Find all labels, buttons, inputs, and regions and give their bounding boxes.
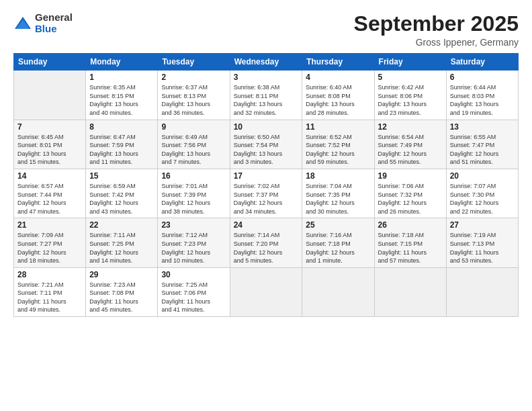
day-number: 9: [161, 122, 226, 132]
title-block: September 2025 Gross Ippener, Germany: [354, 12, 519, 48]
day-number: 24: [234, 220, 299, 230]
calendar-cell: 27Sunrise: 7:19 AM Sunset: 7:13 PM Dayli…: [446, 218, 518, 267]
day-number: 25: [306, 220, 370, 230]
day-info: Sunrise: 7:06 AM Sunset: 7:32 PM Dayligh…: [378, 182, 443, 216]
day-info: Sunrise: 7:19 AM Sunset: 7:13 PM Dayligh…: [450, 231, 515, 265]
day-number: 7: [17, 122, 82, 132]
calendar-cell: 2Sunrise: 6:37 AM Sunset: 8:13 PM Daylig…: [158, 71, 230, 120]
day-info: Sunrise: 6:59 AM Sunset: 7:42 PM Dayligh…: [89, 182, 154, 216]
calendar-table: Sunday Monday Tuesday Wednesday Thursday…: [13, 53, 519, 317]
logo-text: General Blue: [35, 12, 73, 34]
calendar-cell: [14, 71, 86, 120]
calendar-subtitle: Gross Ippener, Germany: [354, 37, 519, 48]
calendar-header: Sunday Monday Tuesday Wednesday Thursday…: [14, 54, 519, 71]
day-info: Sunrise: 7:18 AM Sunset: 7:15 PM Dayligh…: [378, 231, 443, 265]
logo-general: General: [35, 12, 73, 24]
calendar-week-1: 1Sunrise: 6:35 AM Sunset: 8:15 PM Daylig…: [14, 71, 519, 120]
calendar-week-3: 14Sunrise: 6:57 AM Sunset: 7:44 PM Dayli…: [14, 169, 519, 218]
calendar-cell: 3Sunrise: 6:38 AM Sunset: 8:11 PM Daylig…: [230, 71, 302, 120]
col-wednesday: Wednesday: [230, 54, 302, 71]
day-number: 6: [450, 73, 515, 82]
calendar-cell: 12Sunrise: 6:54 AM Sunset: 7:49 PM Dayli…: [374, 120, 446, 169]
day-number: 28: [17, 270, 82, 279]
calendar-cell: [446, 267, 518, 316]
day-number: 21: [17, 220, 82, 230]
day-info: Sunrise: 6:57 AM Sunset: 7:44 PM Dayligh…: [17, 182, 82, 216]
calendar-cell: 5Sunrise: 6:42 AM Sunset: 8:06 PM Daylig…: [374, 71, 446, 120]
calendar-cell: 28Sunrise: 7:21 AM Sunset: 7:11 PM Dayli…: [14, 267, 86, 316]
header-row: Sunday Monday Tuesday Wednesday Thursday…: [14, 54, 519, 71]
day-info: Sunrise: 6:47 AM Sunset: 7:59 PM Dayligh…: [89, 133, 154, 167]
calendar-cell: [302, 267, 374, 316]
col-thursday: Thursday: [302, 54, 374, 71]
calendar-cell: 8Sunrise: 6:47 AM Sunset: 7:59 PM Daylig…: [86, 120, 158, 169]
calendar-cell: 14Sunrise: 6:57 AM Sunset: 7:44 PM Dayli…: [14, 169, 86, 218]
day-number: 16: [161, 171, 226, 181]
calendar-body: 1Sunrise: 6:35 AM Sunset: 8:15 PM Daylig…: [14, 71, 519, 317]
calendar-cell: 6Sunrise: 6:44 AM Sunset: 8:03 PM Daylig…: [446, 71, 518, 120]
calendar-cell: 16Sunrise: 7:01 AM Sunset: 7:39 PM Dayli…: [158, 169, 230, 218]
day-number: 11: [306, 122, 370, 132]
day-info: Sunrise: 6:40 AM Sunset: 8:08 PM Dayligh…: [306, 83, 370, 117]
day-number: 12: [378, 122, 443, 132]
day-number: 10: [234, 122, 299, 132]
calendar-cell: 19Sunrise: 7:06 AM Sunset: 7:32 PM Dayli…: [374, 169, 446, 218]
day-number: 19: [378, 171, 443, 181]
day-number: 3: [234, 73, 299, 82]
day-info: Sunrise: 6:52 AM Sunset: 7:52 PM Dayligh…: [306, 133, 370, 167]
day-number: 8: [89, 122, 154, 132]
calendar-cell: 17Sunrise: 7:02 AM Sunset: 7:37 PM Dayli…: [230, 169, 302, 218]
calendar-cell: 1Sunrise: 6:35 AM Sunset: 8:15 PM Daylig…: [86, 71, 158, 120]
day-info: Sunrise: 6:44 AM Sunset: 8:03 PM Dayligh…: [450, 83, 515, 117]
day-info: Sunrise: 7:12 AM Sunset: 7:23 PM Dayligh…: [161, 231, 226, 265]
calendar-cell: 25Sunrise: 7:16 AM Sunset: 7:18 PM Dayli…: [302, 218, 374, 267]
day-info: Sunrise: 6:35 AM Sunset: 8:15 PM Dayligh…: [89, 83, 154, 117]
calendar-cell: 9Sunrise: 6:49 AM Sunset: 7:56 PM Daylig…: [158, 120, 230, 169]
col-saturday: Saturday: [446, 54, 518, 71]
calendar-week-2: 7Sunrise: 6:45 AM Sunset: 8:01 PM Daylig…: [14, 120, 519, 169]
calendar-week-5: 28Sunrise: 7:21 AM Sunset: 7:11 PM Dayli…: [14, 267, 519, 316]
day-number: 22: [89, 220, 154, 230]
day-number: 30: [161, 270, 226, 279]
calendar-cell: 26Sunrise: 7:18 AM Sunset: 7:15 PM Dayli…: [374, 218, 446, 267]
calendar-cell: 13Sunrise: 6:55 AM Sunset: 7:47 PM Dayli…: [446, 120, 518, 169]
day-number: 29: [89, 270, 154, 279]
calendar-cell: [230, 267, 302, 316]
col-sunday: Sunday: [14, 54, 86, 71]
day-info: Sunrise: 7:14 AM Sunset: 7:20 PM Dayligh…: [234, 231, 299, 265]
calendar-cell: [374, 267, 446, 316]
day-info: Sunrise: 7:21 AM Sunset: 7:11 PM Dayligh…: [17, 281, 82, 314]
day-number: 1: [89, 73, 154, 82]
day-number: 14: [17, 171, 82, 181]
day-info: Sunrise: 7:09 AM Sunset: 7:27 PM Dayligh…: [17, 231, 82, 265]
logo: General Blue: [13, 12, 73, 34]
col-monday: Monday: [86, 54, 158, 71]
day-number: 20: [450, 171, 515, 181]
calendar-title: September 2025: [354, 12, 519, 36]
header: General Blue September 2025 Gross Ippene…: [13, 12, 519, 48]
day-info: Sunrise: 7:07 AM Sunset: 7:30 PM Dayligh…: [450, 182, 515, 216]
calendar-cell: 10Sunrise: 6:50 AM Sunset: 7:54 PM Dayli…: [230, 120, 302, 169]
logo-icon: [13, 14, 32, 33]
calendar-cell: 21Sunrise: 7:09 AM Sunset: 7:27 PM Dayli…: [14, 218, 86, 267]
day-info: Sunrise: 7:01 AM Sunset: 7:39 PM Dayligh…: [161, 182, 226, 216]
day-info: Sunrise: 6:50 AM Sunset: 7:54 PM Dayligh…: [234, 133, 299, 167]
page: General Blue September 2025 Gross Ippene…: [0, 0, 532, 411]
day-number: 4: [306, 73, 370, 82]
day-info: Sunrise: 7:04 AM Sunset: 7:35 PM Dayligh…: [306, 182, 370, 216]
day-info: Sunrise: 6:45 AM Sunset: 8:01 PM Dayligh…: [17, 133, 82, 167]
day-info: Sunrise: 7:11 AM Sunset: 7:25 PM Dayligh…: [89, 231, 154, 265]
calendar-cell: 4Sunrise: 6:40 AM Sunset: 8:08 PM Daylig…: [302, 71, 374, 120]
day-info: Sunrise: 7:25 AM Sunset: 7:06 PM Dayligh…: [161, 281, 226, 314]
day-number: 15: [89, 171, 154, 181]
calendar-cell: 20Sunrise: 7:07 AM Sunset: 7:30 PM Dayli…: [446, 169, 518, 218]
day-number: 13: [450, 122, 515, 132]
calendar-cell: 30Sunrise: 7:25 AM Sunset: 7:06 PM Dayli…: [158, 267, 230, 316]
col-friday: Friday: [374, 54, 446, 71]
col-tuesday: Tuesday: [158, 54, 230, 71]
day-info: Sunrise: 7:16 AM Sunset: 7:18 PM Dayligh…: [306, 231, 370, 265]
calendar-cell: 23Sunrise: 7:12 AM Sunset: 7:23 PM Dayli…: [158, 218, 230, 267]
day-info: Sunrise: 6:38 AM Sunset: 8:11 PM Dayligh…: [234, 83, 299, 117]
day-info: Sunrise: 7:02 AM Sunset: 7:37 PM Dayligh…: [234, 182, 299, 216]
day-info: Sunrise: 6:55 AM Sunset: 7:47 PM Dayligh…: [450, 133, 515, 167]
